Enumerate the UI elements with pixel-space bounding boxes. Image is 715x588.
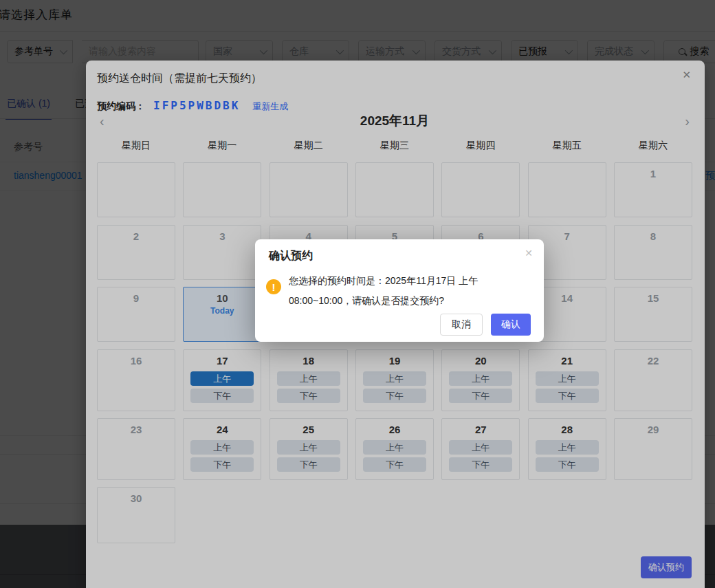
cancel-button[interactable]: 取消	[440, 314, 483, 336]
confirm-dialog-title: 确认预约	[269, 249, 313, 263]
confirm-button[interactable]: 确认	[491, 314, 531, 336]
screen: 请选择入库单 参考单号 请输入搜索内容 国家仓库运输方式交货方式已预报完成状态 …	[0, 0, 715, 588]
dialog-buttons: 取消 确认	[440, 314, 531, 336]
confirm-dialog: 确认预约 ✕ ! 您选择的预约时间是：2025年11月17日 上午 08:00~…	[255, 239, 544, 342]
warning-icon: !	[266, 279, 281, 294]
confirm-dialog-message: 您选择的预约时间是：2025年11月17日 上午 08:00~10:00，请确认…	[289, 271, 528, 311]
close-icon[interactable]: ✕	[525, 248, 533, 259]
